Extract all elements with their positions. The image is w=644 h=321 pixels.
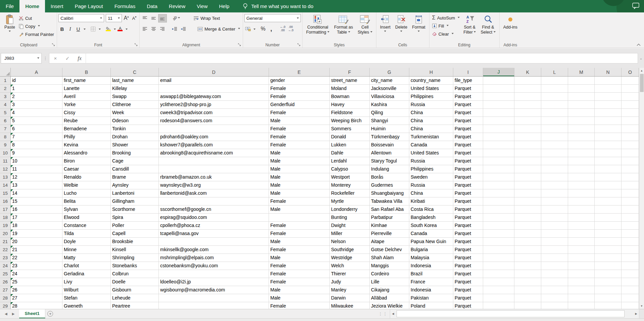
cell-B21[interactable]: Doyle (62, 238, 111, 246)
cell-K26[interactable] (514, 278, 541, 286)
cell-D1[interactable]: email (159, 77, 269, 85)
cell-E18[interactable] (269, 214, 330, 222)
cell-N7[interactable] (595, 125, 622, 133)
cell-K22[interactable] (514, 246, 541, 254)
percent-button[interactable]: % (260, 25, 267, 33)
cell-A24[interactable]: 23 (11, 262, 62, 270)
cell-M21[interactable] (568, 238, 595, 246)
cell-D4[interactable]: yclitheroe2@shop-pro.jp (159, 101, 269, 109)
cell-E27[interactable]: Male (269, 286, 330, 294)
cell-K24[interactable] (514, 262, 541, 270)
cell-B19[interactable]: Constance (62, 222, 111, 230)
cell-I12[interactable]: Parquet (453, 165, 483, 173)
column-header-K[interactable]: K (514, 68, 541, 76)
cell-N20[interactable] (595, 230, 622, 238)
cell-K1[interactable] (514, 77, 541, 85)
cell-C26[interactable]: Doelle (111, 278, 159, 286)
cell-I16[interactable]: Parquet (453, 197, 483, 205)
cell-C7[interactable]: Tonkin (111, 125, 159, 133)
decrease-font-button[interactable]: A▾ (131, 14, 138, 22)
cell-F18[interactable]: Bunting (330, 214, 370, 222)
cell-J5[interactable] (483, 109, 514, 117)
cell-A4[interactable]: 3 (11, 101, 62, 109)
cell-B12[interactable]: Caesar (62, 165, 111, 173)
cell-O22[interactable] (622, 246, 639, 254)
copy-button[interactable]: Copy (17, 22, 55, 30)
cell-D23[interactable]: mshrimplingl@elpais.com (159, 254, 269, 262)
cell-L2[interactable] (541, 85, 568, 93)
row-header-12[interactable]: 12 (0, 165, 11, 173)
cell-O16[interactable] (622, 197, 639, 205)
cell-D14[interactable]: waynsleyc@w3.org (159, 181, 269, 189)
cell-I17[interactable]: Parquet (453, 205, 483, 214)
delete-cells-button[interactable]: Delete (393, 13, 410, 34)
copy-dropdown[interactable] (38, 25, 40, 28)
cell-J2[interactable] (483, 85, 514, 93)
cell-D24[interactable]: cstonebanksm@youku.com (159, 262, 269, 270)
align-center-button[interactable] (150, 25, 158, 33)
cell-A5[interactable]: 4 (11, 109, 62, 117)
cell-J12[interactable] (483, 165, 514, 173)
column-header-D[interactable]: D (159, 68, 269, 76)
cell-M12[interactable] (568, 165, 595, 173)
cell-C23[interactable]: Shrimpling (111, 254, 159, 262)
cell-M18[interactable] (568, 214, 595, 222)
cell-C8[interactable]: Drohan (111, 133, 159, 141)
cell-N3[interactable] (595, 93, 622, 101)
cell-H19[interactable]: South Korea (409, 222, 453, 230)
cell-M15[interactable] (568, 189, 595, 197)
paste-dropdown[interactable] (9, 31, 11, 33)
cell-N13[interactable] (595, 173, 622, 181)
cell-N17[interactable] (595, 205, 622, 214)
cell-E12[interactable]: Male (269, 165, 330, 173)
row-header-10[interactable]: 10 (0, 149, 11, 157)
cell-A3[interactable]: 2 (11, 93, 62, 101)
insert-cells-button[interactable]: Insert (378, 13, 393, 34)
cell-F2[interactable]: Moland (330, 85, 370, 93)
cell-A15[interactable]: 14 (11, 189, 62, 197)
middle-align-button[interactable] (150, 14, 158, 22)
cell-K2[interactable] (514, 85, 541, 93)
cell-C24[interactable]: Stonebanks (111, 262, 159, 270)
cell-N22[interactable] (595, 246, 622, 254)
expand-formula-bar-button[interactable]: ⌄ (638, 53, 644, 63)
cell-C18[interactable]: Spira (111, 214, 159, 222)
addins-button[interactable]: Add-ins (501, 13, 520, 31)
cell-N5[interactable] (595, 109, 622, 117)
cell-L25[interactable] (541, 270, 568, 278)
cell-M10[interactable] (568, 149, 595, 157)
cell-M22[interactable] (568, 246, 595, 254)
cell-J17[interactable] (483, 205, 514, 214)
cell-O24[interactable] (622, 262, 639, 270)
cell-H15[interactable]: China (409, 189, 453, 197)
cell-E3[interactable]: Female (269, 93, 330, 101)
cell-O9[interactable] (622, 141, 639, 149)
cell-H28[interactable]: Pakistan (409, 294, 453, 302)
cell-G10[interactable]: Allentown (370, 149, 409, 157)
row-header-25[interactable]: 25 (0, 270, 11, 278)
cell-O21[interactable] (622, 238, 639, 246)
cell-J7[interactable] (483, 125, 514, 133)
cell-B29[interactable]: Gweneth (62, 302, 111, 309)
cell-M1[interactable] (568, 77, 595, 85)
cell-O7[interactable] (622, 125, 639, 133)
cell-J4[interactable] (483, 101, 514, 109)
cell-E26[interactable]: Female (269, 278, 330, 286)
cell-F25[interactable]: Thierer (330, 270, 370, 278)
bottom-align-button[interactable] (158, 14, 167, 22)
cell-K14[interactable] (514, 181, 541, 189)
cell-N21[interactable] (595, 238, 622, 246)
cell-F6[interactable]: Weeping Birch (330, 117, 370, 125)
increase-indent-button[interactable] (179, 25, 187, 33)
cell-E22[interactable]: Female (269, 246, 330, 254)
cell-C5[interactable]: Week (111, 109, 159, 117)
cell-K7[interactable] (514, 125, 541, 133)
cell-J19[interactable] (483, 222, 514, 230)
cell-A17[interactable]: 16 (11, 205, 62, 214)
cell-M6[interactable] (568, 117, 595, 125)
cell-K3[interactable] (514, 93, 541, 101)
cell-A14[interactable]: 13 (11, 181, 62, 189)
cell-M2[interactable] (568, 85, 595, 93)
row-header-18[interactable]: 18 (0, 214, 11, 222)
row-header-28[interactable]: 28 (0, 294, 11, 302)
